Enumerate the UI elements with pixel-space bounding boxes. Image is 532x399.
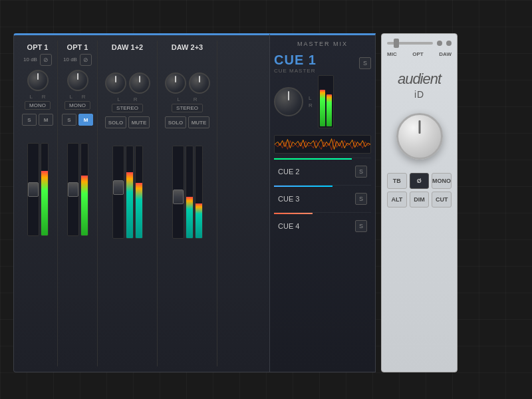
- lr-labels-opt1a: L R: [29, 94, 45, 100]
- solo-button-daw12[interactable]: SOLO: [105, 116, 126, 128]
- master-mix-label: MASTER MIX: [274, 41, 371, 47]
- knob-container-opt1a: [27, 70, 49, 91]
- hw-alt-button[interactable]: ALT: [387, 192, 407, 207]
- type-label-opt1a: MONO: [25, 101, 51, 110]
- cue-master-knob[interactable]: [274, 87, 303, 116]
- cue3-name: CUE 3: [278, 195, 299, 203]
- solo-mute-daw23: SOLO MUTE: [165, 116, 209, 128]
- fader-handle-daw23[interactable]: [173, 190, 184, 204]
- waveform-svg: [275, 136, 370, 153]
- cue1-subtitle: CUE MASTER: [274, 68, 317, 74]
- channel-controls-opt1b: 10 dB ⊘: [63, 54, 92, 66]
- fader-opt1b[interactable]: [67, 143, 79, 236]
- hw-btn-row-1: TB Ø MONO: [387, 173, 452, 189]
- phase-button-opt1a[interactable]: ⊘: [40, 54, 52, 66]
- solo-mute-opt1a: S M: [22, 114, 53, 126]
- waveform-strip: [274, 135, 371, 154]
- mute-button-daw23[interactable]: MUTE: [188, 116, 209, 128]
- hw-main-knob[interactable]: [396, 113, 443, 160]
- master-meter-r: [327, 94, 332, 126]
- solo-mute-opt1b: S M: [62, 114, 93, 126]
- main-container: OPT 1 10 dB ⊘ L R MONO S M: [13, 33, 519, 379]
- channel-label-daw23: DAW 2+3: [172, 43, 203, 51]
- mute-button-opt1b[interactable]: M: [78, 114, 93, 126]
- meter-fill-opt1b: [81, 176, 88, 235]
- meter-fill-daw23-r: [196, 203, 202, 238]
- fader-handle-opt1a[interactable]: [28, 182, 39, 197]
- fader-daw12[interactable]: [112, 146, 124, 239]
- hw-brand: audient: [398, 70, 441, 88]
- knob-daw23-l[interactable]: [165, 72, 186, 94]
- cue1-name: CUE 1: [274, 53, 317, 68]
- hw-cut-button[interactable]: CUT: [432, 192, 452, 207]
- cue-master-knob-row: L R: [274, 75, 371, 128]
- fader-handle-opt1b[interactable]: [68, 182, 78, 197]
- fader-daw23[interactable]: [172, 146, 184, 239]
- cue3-wrapper: CUE 3 S: [274, 185, 371, 212]
- fader-opt1a[interactable]: [27, 143, 39, 236]
- fader-area-daw23: [172, 132, 203, 239]
- solo-button-opt1a[interactable]: S: [22, 114, 37, 126]
- hw-labels-row: MIC OPT DAW: [387, 51, 452, 57]
- cue3-line: [274, 186, 332, 187]
- l-label: L: [29, 94, 32, 100]
- cue-master-section: CUE 1 CUE MASTER S L R: [274, 53, 371, 132]
- hw-dim-button[interactable]: DIM: [410, 192, 430, 207]
- solo-button-daw23[interactable]: SOLO: [165, 116, 186, 128]
- type-label-daw23: STEREO: [172, 104, 203, 112]
- knob-daw12-l[interactable]: [105, 72, 126, 94]
- mixer-channels: OPT 1 10 dB ⊘ L R MONO S M: [14, 35, 269, 372]
- channel-daw12: DAW 1+2 L R STEREO SOLO MUTE: [98, 41, 158, 366]
- knob-opt1a[interactable]: [27, 70, 49, 91]
- cue2-wrapper: CUE 2 S: [274, 158, 371, 185]
- type-label-daw12: STEREO: [112, 104, 143, 112]
- channel-label-opt1a: OPT 1: [27, 43, 49, 51]
- meter-fill-daw12-r: [136, 183, 142, 238]
- cue3-s-button[interactable]: S: [355, 193, 367, 205]
- fader-handle-daw12[interactable]: [113, 180, 124, 195]
- meter-daw12-r: [135, 146, 143, 239]
- hw-mono-button[interactable]: MONO: [432, 173, 452, 189]
- knob-container-opt1b: [67, 70, 88, 91]
- knob-container-daw12: [105, 72, 150, 94]
- cue1-s-button[interactable]: S: [359, 57, 371, 69]
- knob-daw23-r[interactable]: [189, 72, 210, 94]
- meter-opt1a: [41, 143, 49, 236]
- type-label-opt1b: MONO: [65, 101, 90, 110]
- cue2-s-button[interactable]: S: [355, 166, 367, 178]
- hw-slider-dot: [437, 41, 442, 46]
- channel-daw23: DAW 2+3 L R STEREO SOLO MUTE: [158, 41, 217, 366]
- db-label-opt1b: 10 dB: [63, 57, 77, 63]
- hw-tb-button[interactable]: TB: [387, 173, 407, 189]
- cue4-wrapper: CUE 4 S: [274, 212, 371, 239]
- meter-fill-opt1a: [41, 171, 48, 235]
- channel-controls-opt1a: 10 dB ⊘: [23, 54, 52, 66]
- meter-opt1b: [80, 143, 88, 236]
- phase-button-opt1b[interactable]: ⊘: [80, 54, 92, 66]
- mute-button-daw12[interactable]: MUTE: [128, 116, 150, 128]
- cue-master-name-block: CUE 1 CUE MASTER: [274, 53, 317, 74]
- mixer-panel: OPT 1 10 dB ⊘ L R MONO S M: [13, 33, 269, 372]
- hardware-panel: MIC OPT DAW audient iD TB Ø MONO ALT DIM…: [381, 33, 458, 372]
- hw-slider-dot2: [446, 41, 452, 46]
- hw-slider-track[interactable]: [387, 42, 433, 45]
- knob-opt1b[interactable]: [67, 70, 88, 91]
- meter-daw23-l: [186, 146, 194, 239]
- solo-button-opt1b[interactable]: S: [62, 114, 76, 126]
- hw-slider-thumb-mic[interactable]: [394, 39, 399, 48]
- hw-phase-button[interactable]: Ø: [410, 173, 430, 189]
- l-label-daw12: L: [117, 96, 120, 102]
- cue2-row: CUE 2 S: [274, 161, 371, 185]
- knob-container-daw23: [165, 72, 210, 94]
- hw-label-daw: DAW: [439, 51, 452, 57]
- cue-master-header: CUE 1 CUE MASTER S: [274, 53, 371, 74]
- master-meter-l: [320, 90, 325, 127]
- mute-button-opt1a[interactable]: M: [39, 114, 53, 126]
- master-mix-panel: MASTER MIX CUE 1 CUE MASTER S L R: [269, 33, 376, 372]
- r-label-daw23: R: [194, 96, 198, 102]
- knob-daw12-r[interactable]: [129, 72, 150, 94]
- channel-opt1-b: OPT 1 10 dB ⊘ L R MONO S M: [58, 41, 98, 366]
- master-meter: [318, 75, 334, 128]
- r-label-daw12: R: [134, 96, 138, 102]
- cue4-s-button[interactable]: S: [355, 220, 367, 232]
